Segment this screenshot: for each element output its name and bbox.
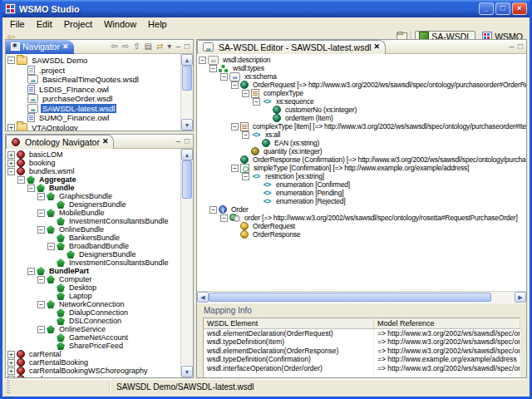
collapse-expander-icon[interactable]: − [209,65,217,72]
tree-item[interactable]: OrderResponse [197,230,526,239]
tree-item[interactable]: −SAWSDL Demo [6,56,180,66]
expand-expander-icon[interactable]: + [7,151,15,159]
tree-item[interactable]: +carRentalBooking [6,358,180,367]
scroll-up-icon[interactable]: ▲ [181,54,193,66]
tree-item[interactable]: DesignersBundle [6,200,180,209]
tree-item[interactable]: orderItem (Item) [197,114,526,122]
tree-item[interactable]: −simpleType [Confirmation] [=> http://ww… [197,164,526,172]
collapse-expander-icon[interactable]: − [27,185,35,192]
tree-item[interactable]: −xs:sequence [197,97,526,106]
ontology-scrollbar[interactable]: ▲ ▼ [180,149,193,377]
tree-item[interactable]: −OnlineService [6,325,180,333]
scroll-up-icon[interactable]: ▲ [181,149,193,160]
collapse-expander-icon[interactable]: − [231,165,239,172]
collapse-expander-icon[interactable]: − [47,243,55,250]
close-icon[interactable]: ✕ [62,43,69,51]
column-header-wsdl-element[interactable]: WSDL Element [204,318,374,329]
expand-expander-icon[interactable]: + [7,351,15,358]
tree-item[interactable]: BankersBundle [6,234,180,242]
tree-item[interactable]: −wsdl:types [197,64,526,72]
collapse-expander-icon[interactable]: − [220,214,228,222]
collapse-expander-icon[interactable]: − [253,98,260,106]
tab-sa-wsdl-editor[interactable]: SA-WSDL Editor - SAWSDL-latest.wsdl ✕ [197,40,386,54]
tree-item[interactable]: GameNetAccount [6,333,180,342]
tree-item[interactable]: DesignersBundle [6,250,180,259]
expand-expander-icon[interactable]: + [7,367,15,375]
expand-expander-icon[interactable]: + [7,376,15,378]
close-icon[interactable]: ✕ [374,43,381,51]
collapse-expander-icon[interactable]: − [242,131,249,139]
minimize-view-icon[interactable]: – [175,137,180,145]
tree-item[interactable]: quantity (xs:integer) [197,147,526,155]
resize-grip[interactable] [7,380,10,394]
column-header-model-reference[interactable]: Model Reference [374,318,520,329]
tree-item[interactable]: −order [=> http://www.w3.org/2002/ws/saw… [197,214,526,222]
collapse-expander-icon[interactable]: − [220,73,228,81]
tree-item[interactable]: −xs:schema [197,72,526,81]
maximize-view-icon[interactable]: □ [518,42,523,51]
tree-item[interactable]: −Aggregate [6,175,180,184]
collapse-expander-icon[interactable]: − [37,226,45,234]
minimize-window-button[interactable]: _ [479,2,494,15]
tree-item[interactable]: −NetworkConnection [6,300,180,308]
expand-expander-icon[interactable]: + [7,124,15,131]
collapse-expander-icon[interactable]: − [37,193,45,200]
tree-item[interactable]: Desktop [6,283,180,292]
tree-item[interactable]: BasicRealTimeQuotes.wsdl [6,75,180,85]
collapse-expander-icon[interactable]: − [27,268,35,275]
tree-item[interactable]: +carRental [6,350,180,358]
tree-item[interactable]: −bundles.wsml [6,167,180,175]
maximize-window-button[interactable]: □ [495,2,510,15]
collapse-expander-icon[interactable]: − [242,90,249,97]
tree-item[interactable]: purchaseOrder.wsdl [6,94,180,104]
up-icon[interactable]: ⇧ [133,42,140,51]
tree-item[interactable]: −GraphicsBundle [6,192,180,200]
tree-item[interactable]: .project [6,66,180,76]
tree-item[interactable]: +VTAOntology [6,123,180,131]
collapse-expander-icon[interactable]: − [242,173,249,180]
tree-item[interactable]: enumeration [Rejected] [197,197,526,205]
scrollbar-thumb[interactable] [209,293,491,302]
scroll-down-icon[interactable]: ▼ [181,119,193,131]
tree-item[interactable]: −wsdl:description [197,56,526,64]
tree-item[interactable]: −complexType [Item] [=> http://www.w3.or… [197,122,526,131]
navigator-scrollbar[interactable]: ▲ ▼ [180,54,193,131]
table-row[interactable]: wsdl.typeDefinition(Item)=> http://www.w… [204,337,520,347]
tab-navigator[interactable]: Navigator ✕ [6,40,74,54]
collapse-expander-icon[interactable]: − [37,326,45,333]
tree-item[interactable]: −BundlePart [6,267,180,275]
collapse-expander-icon[interactable]: − [209,206,217,214]
link-with-editor-icon[interactable]: ⇄ [156,42,163,51]
tree-item[interactable]: OrderRequest [197,222,526,230]
forward-navigation-icon[interactable]: ⇨ [122,42,129,51]
collapse-expander-icon[interactable]: − [37,209,45,217]
collapse-expander-icon[interactable]: − [37,276,45,283]
expand-expander-icon[interactable]: + [7,160,15,167]
back-navigation-icon[interactable]: ⇦ [111,42,117,51]
tree-item[interactable]: +carRentalBookingWSChoreography [6,367,180,375]
scroll-down-icon[interactable]: ▼ [181,366,193,377]
collapse-expander-icon[interactable]: − [17,176,25,184]
close-icon[interactable]: ✕ [102,138,109,145]
tree-item[interactable]: InvestmentConsultantsBundle [6,259,180,267]
tree-item[interactable]: enumeration [Pending] [197,189,526,197]
tree-item[interactable]: +basicLOM [6,150,180,159]
tree-item[interactable]: Laptop [6,292,180,300]
scroll-left-icon[interactable]: ◀ [197,292,209,303]
collapse-expander-icon[interactable]: − [37,301,45,308]
tree-item[interactable]: SharePriceFeed [6,342,180,350]
tree-item[interactable]: EAN (xs:string) [197,139,526,147]
scroll-right-icon[interactable]: ▶ [515,292,526,303]
tree-item[interactable]: −Bundle [6,184,180,192]
tree-item[interactable]: +booking [6,159,180,167]
tree-item[interactable]: LSDIS_FInance.owl [6,85,180,95]
menu-file[interactable]: File [4,19,31,29]
tree-item[interactable]: −Computer [6,275,180,283]
tree-item[interactable]: DSLConnection [6,317,180,325]
tree-item[interactable]: SAWSDL-latest.wsdl [6,104,180,114]
menu-project[interactable]: Project [58,19,98,29]
minimize-view-icon[interactable]: – [175,42,180,51]
close-window-button[interactable]: × [512,2,527,15]
table-row[interactable]: wsdl.elementDeclaration(OrderResponse)=>… [204,347,520,356]
tree-item[interactable]: −restriction [xs:string] [197,172,526,180]
